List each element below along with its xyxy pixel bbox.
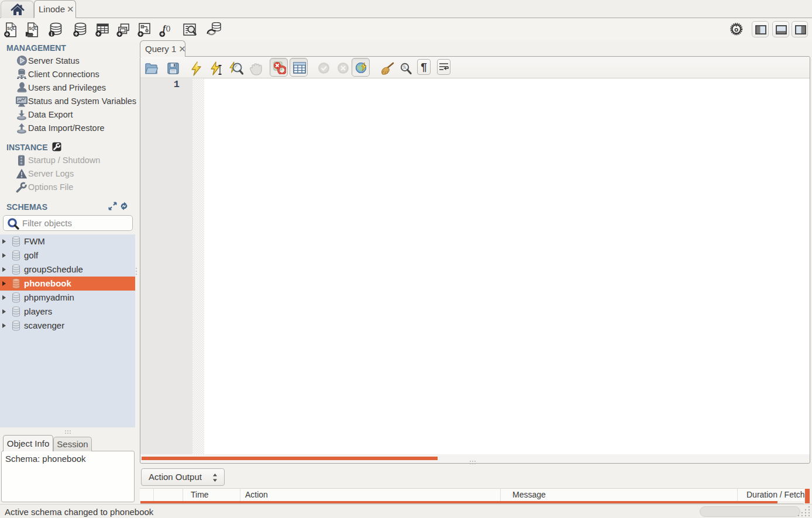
svg-text:(): () [166,24,171,32]
svg-text:A: A [403,65,406,70]
svg-text:SQL: SQL [29,26,37,31]
svg-text:SQL: SQL [7,26,15,31]
